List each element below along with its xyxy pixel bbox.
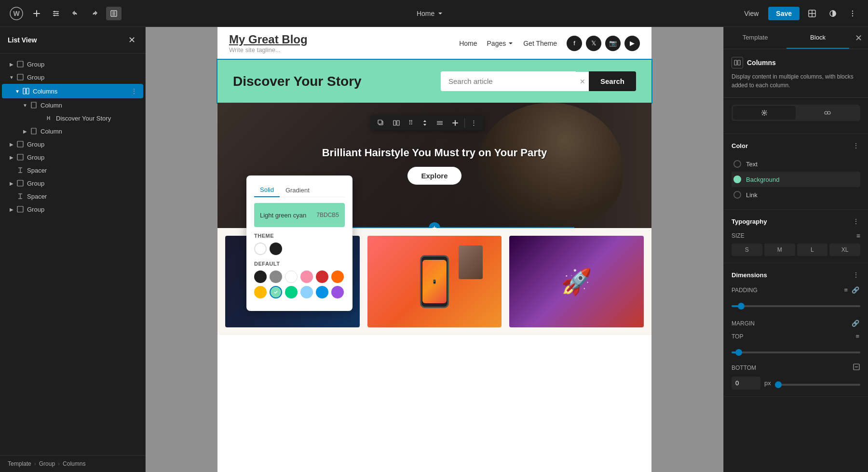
breadcrumb-template[interactable]: Template [8,460,31,467]
wp-logo[interactable]: W [8,5,25,22]
swatch-black2[interactable] [254,270,267,283]
swatch-vivid-red[interactable] [316,270,328,283]
size-settings-button[interactable]: ≡ [856,232,860,240]
padding-slider[interactable] [732,305,860,307]
expand-arrow [37,114,44,122]
drag-handle[interactable]: ⠿ [405,117,417,128]
breadcrumb-columns[interactable]: Columns [63,460,85,467]
group-icon [16,140,24,148]
breadcrumb-group[interactable]: Group [39,460,55,467]
typography-more[interactable]: ⋮ [852,216,860,226]
tree-item-group4[interactable]: ▶ Group [2,151,143,163]
group-icon [16,179,24,187]
swatch-white2[interactable] [285,270,298,283]
tree-item-columns[interactable]: ▼ Columns ⋮ [2,84,143,98]
search-article-input[interactable] [441,71,576,91]
swatch-black[interactable] [270,243,282,255]
add-block-button[interactable] [29,7,44,20]
swatch-pale-pink[interactable] [300,270,313,283]
dimensions-more[interactable]: ⋮ [852,270,860,280]
duplicate-button[interactable] [374,118,388,128]
page-title-button[interactable]: Home [411,7,449,20]
tree-label: Columns [33,88,129,95]
search-clear-button[interactable]: ✕ [576,72,589,91]
swatch-vivid-blue[interactable] [316,286,328,298]
solid-tab[interactable]: Solid [254,183,280,197]
swatch-vivid-green[interactable] [285,286,298,298]
margin-link-button[interactable]: 🔗 [851,319,860,328]
tab-template[interactable]: Template [724,27,787,49]
redo-button[interactable] [87,7,102,20]
toolbar-right: View Save [738,6,860,21]
tree-item-group6[interactable]: ▶ Group [2,203,143,216]
swatch-light-green-cyan[interactable] [270,286,282,298]
bottom-slider-container [775,379,860,388]
tab-block[interactable]: Block [787,27,849,49]
text-color-option[interactable]: Text [732,156,860,172]
size-s-button[interactable]: S [732,243,762,256]
swatch-white[interactable] [254,243,267,255]
view-button[interactable]: View [738,7,764,20]
editor-options-button[interactable] [803,6,821,21]
nav-pages[interactable]: Pages [487,40,514,47]
align-button[interactable] [433,118,447,128]
toolbar-separator [464,118,465,128]
tree-item-group2[interactable]: ▼ Group [2,71,143,83]
tree-label: Group [27,206,139,213]
tree-item-column2[interactable]: ▶ Column [2,125,143,137]
padding-settings-button[interactable]: ≡ [843,285,849,295]
toggle-theme-button[interactable] [825,6,841,21]
swatch-vivid-purple[interactable] [331,286,344,298]
swatch-orange[interactable] [331,270,344,283]
nav-get-theme[interactable]: Get Theme [523,40,557,47]
explore-button[interactable]: Explore [407,167,461,185]
search-submit-button[interactable]: Search [589,71,636,91]
tools-button[interactable] [48,7,64,20]
size-row: SIZE ≡ [732,232,860,240]
swatch-gray[interactable] [270,270,282,283]
swatch-yellow[interactable] [254,286,267,298]
move-up-down-button[interactable] [418,118,432,128]
panel-close-button[interactable]: ✕ [849,29,868,47]
top-settings-button[interactable]: ≡ [854,332,860,341]
styles-tab[interactable] [797,106,859,120]
columns-more-button[interactable]: ⋮ [129,86,139,96]
expand-arrow: ▶ [8,60,15,68]
tree-item-column1[interactable]: ▼ Column [2,99,143,111]
instagram-icon[interactable]: 📷 [605,36,621,51]
padding-label: PADDING [732,287,758,294]
save-button[interactable]: Save [768,7,800,20]
tree-item-group3[interactable]: ▶ Group [2,138,143,150]
more-block-options[interactable]: ⋮ [467,117,481,128]
bottom-icon-button[interactable] [853,363,860,373]
more-options-button[interactable] [845,7,860,20]
padding-link-button[interactable]: 🔗 [851,285,860,295]
tree-item-spacer2[interactable]: Spacer [2,190,143,202]
tree-item-spacer1[interactable]: Spacer [2,164,143,176]
size-xl-button[interactable]: XL [829,243,860,256]
background-color-option[interactable]: Background [732,172,860,187]
settings-tab[interactable] [733,106,796,120]
tree-item-group5[interactable]: ▶ Group [2,177,143,189]
add-block-inline-button[interactable] [448,118,462,128]
list-view-button[interactable] [106,7,122,20]
bottom-value-input[interactable] [732,377,760,390]
nav-home[interactable]: Home [459,40,477,47]
columns-layout-button[interactable] [389,118,404,128]
size-m-button[interactable]: M [764,243,795,256]
twitter-icon[interactable]: 𝕏 [586,36,601,51]
link-color-option[interactable]: Link [732,187,860,202]
youtube-icon[interactable]: ▶ [624,36,640,51]
bottom-slider[interactable] [775,384,860,386]
undo-button[interactable] [68,7,83,20]
swatch-pale-cyan[interactable] [300,286,313,298]
panel-tabs: Template Block [724,27,849,49]
size-l-button[interactable]: L [797,243,828,256]
margin-top-slider[interactable] [732,351,860,353]
gradient-tab[interactable]: Gradient [280,183,315,197]
color-section-more[interactable]: ⋮ [852,141,860,150]
tree-item-group1[interactable]: ▶ Group [2,58,143,70]
facebook-icon[interactable]: f [567,36,582,51]
tree-item-discover[interactable]: H Discover Your Story [2,112,143,124]
sidebar-close-button[interactable]: ✕ [126,33,137,47]
